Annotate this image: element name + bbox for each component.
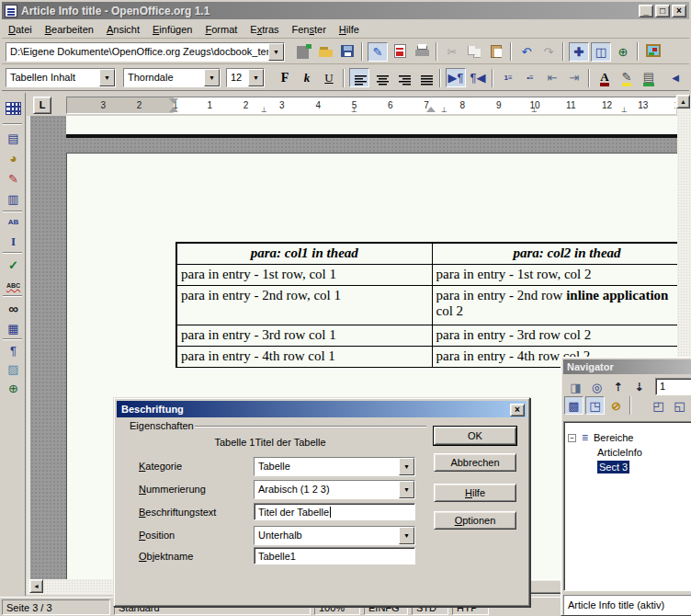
paste-icon[interactable]	[486, 42, 506, 62]
content-view-icon[interactable]: ▩	[564, 396, 583, 415]
online-layout-icon[interactable]: ⊕	[3, 379, 24, 397]
paragraph-background-icon[interactable]: ▤	[639, 68, 659, 87]
anchor-icon[interactable]: ⊘	[606, 396, 626, 415]
draw-functions-icon[interactable]: ✎	[3, 169, 24, 188]
export-pdf-icon[interactable]	[390, 42, 410, 62]
url-combobox[interactable]: D:\Eigene Dokumente\OpenOffice.org Zeugs…	[6, 42, 285, 62]
menu-bearbeiten[interactable]: Bearbeiten	[39, 21, 100, 38]
insert-icon[interactable]: ▤	[3, 129, 24, 147]
style-dropdown-button[interactable]: ▼	[99, 69, 115, 86]
increase-indent-icon[interactable]: ⇥	[564, 68, 584, 87]
cell-indent-marker[interactable]	[426, 107, 436, 112]
table-row[interactable]: para in entry - 3rd row col 1 para in en…	[176, 325, 677, 346]
close-button[interactable]: ×	[672, 5, 686, 17]
copy-icon[interactable]	[464, 42, 484, 62]
indent-marker-bottom[interactable]	[169, 107, 178, 112]
menu-ansicht[interactable]: Ansicht	[100, 21, 146, 38]
autotext-icon[interactable]: AB	[3, 212, 24, 231]
data-sources-icon[interactable]: ▦	[3, 319, 24, 337]
bold-icon[interactable]: F	[275, 68, 295, 87]
numbering-icon[interactable]: 1≡	[498, 68, 518, 87]
scroll-up-button[interactable]: ▲	[676, 95, 690, 108]
url-dropdown-button[interactable]: ▼	[268, 43, 284, 61]
tree-item-bereiche[interactable]: − ≡ Bereiche	[564, 430, 691, 445]
navigation-icon[interactable]: ◎	[587, 378, 606, 396]
minimize-button[interactable]: _	[639, 5, 653, 17]
navigator-title-bar[interactable]: Navigator	[563, 359, 691, 374]
menu-datei[interactable]: Datei	[2, 21, 39, 38]
table-header-row[interactable]: para: col1 in thead para: col2 in thead	[176, 243, 677, 264]
underline-icon[interactable]: U	[319, 68, 339, 87]
font-name-combobox[interactable]: Thorndale ▼	[123, 68, 221, 87]
navigator-icon[interactable]: ✚	[569, 42, 589, 62]
navigator-document-list[interactable]: Article Info title (aktiv)	[563, 595, 691, 615]
tab-type-selector[interactable]: L	[33, 97, 51, 114]
align-left-icon[interactable]	[349, 68, 369, 87]
hyperlink-icon[interactable]: ⊕	[613, 42, 633, 62]
gallery-icon[interactable]	[643, 42, 663, 62]
new-document-icon[interactable]	[293, 42, 313, 62]
align-justify-icon[interactable]	[415, 68, 436, 87]
text-direction-ltr-icon[interactable]: ▶¶	[446, 68, 466, 87]
bullets-icon[interactable]: •≡	[520, 68, 540, 87]
url-value[interactable]: D:\Eigene Dokumente\OpenOffice.org Zeugs…	[6, 43, 268, 61]
ok-button[interactable]: OK	[434, 427, 516, 445]
menu-einfuegen[interactable]: Einfügen	[146, 21, 198, 38]
cut-icon[interactable]: ✂	[442, 42, 462, 62]
autospellcheck-icon[interactable]: ABC	[3, 276, 24, 294]
menu-hilfe[interactable]: Hilfe	[333, 21, 366, 38]
options-button[interactable]: Optionen	[434, 511, 516, 530]
print-icon[interactable]	[412, 42, 432, 62]
undo-icon[interactable]: ↶	[516, 42, 537, 62]
font-size-combobox[interactable]: 12 ▼	[226, 68, 265, 87]
toolbar-overflow-arrow[interactable]: ◀	[665, 68, 685, 87]
find-replace-icon[interactable]: ∞	[3, 299, 24, 317]
dialog-close-button[interactable]: ×	[510, 404, 525, 416]
table-row[interactable]: para in entry - 2nd row, col 1 para in e…	[176, 285, 677, 325]
nonprinting-characters-icon[interactable]: ¶	[3, 341, 24, 359]
maximize-button[interactable]: □	[655, 5, 670, 17]
spellcheck-icon[interactable]: ✓	[3, 256, 24, 274]
redo-icon[interactable]: ↷	[538, 42, 559, 62]
tree-item-sect3[interactable]: Sect 3	[564, 460, 691, 474]
form-functions-icon[interactable]: ▥	[3, 189, 24, 208]
category-dropdown-button[interactable]: ▼	[399, 458, 414, 475]
numbering-select[interactable]: Arabisch (1 2 3) ▼	[254, 480, 415, 499]
italic-icon[interactable]: k	[297, 68, 317, 87]
cancel-button[interactable]: Abbrechen	[434, 453, 516, 472]
stylist-icon[interactable]: ◫	[591, 42, 611, 62]
align-right-icon[interactable]	[393, 68, 413, 87]
position-dropdown-button[interactable]: ▼	[399, 527, 414, 544]
text-direction-rtl-icon[interactable]: ¶◀	[468, 68, 488, 87]
insert-table-icon[interactable]	[3, 99, 24, 118]
footer-icon[interactable]: ◱	[670, 396, 689, 415]
next-object-icon[interactable]: ⇣	[629, 378, 649, 396]
table-row[interactable]: para in entry - 1st row, col 1 para in e…	[176, 264, 677, 285]
previous-object-icon[interactable]: ⇡	[608, 378, 628, 396]
menu-fenster[interactable]: Fenster	[286, 21, 333, 38]
drag-mode-icon[interactable]: ◳	[585, 396, 605, 415]
status-page[interactable]: Seite 3 / 3	[2, 599, 110, 615]
menu-extras[interactable]: Extras	[244, 21, 285, 38]
toggle-icon[interactable]: ◨	[566, 378, 585, 396]
navigator-tree[interactable]: − ≡ Bereiche ArticleInfo Sect 3	[563, 421, 691, 591]
menu-format[interactable]: Format	[198, 21, 244, 38]
paragraph-style-combobox[interactable]: Tabellen Inhalt ▼	[6, 68, 116, 87]
highlighting-icon[interactable]: ✎	[617, 68, 637, 87]
selected-tree-item[interactable]: Sect 3	[597, 461, 629, 473]
direct-cursor-icon[interactable]: I	[3, 233, 24, 251]
horizontal-ruler[interactable]: 321 1234567891011121314 ⊥ ⊥ ⊥ ⊥ ⊥	[66, 97, 676, 114]
navigator-page-spinner[interactable]: 1	[655, 378, 691, 395]
header-icon[interactable]: ◰	[649, 396, 668, 415]
indent-marker-top[interactable]	[169, 98, 178, 104]
tree-item-articleinfo[interactable]: ArticleInfo	[564, 445, 691, 460]
tree-expander-icon[interactable]: −	[568, 434, 576, 442]
insert-object-icon[interactable]: ◕	[3, 149, 24, 167]
position-select[interactable]: Unterhalb ▼	[254, 526, 415, 545]
help-button[interactable]: Hilfe	[434, 484, 516, 502]
document-table[interactable]: para: col1 in thead para: col2 in thead …	[176, 242, 677, 368]
table-header-cell[interactable]: para: col2 in thead	[432, 243, 677, 264]
category-select[interactable]: Tabelle ▼	[254, 457, 415, 476]
graphics-toggle-icon[interactable]: ▨	[3, 359, 24, 378]
object-name-input[interactable]: Tabelle1	[254, 547, 415, 565]
